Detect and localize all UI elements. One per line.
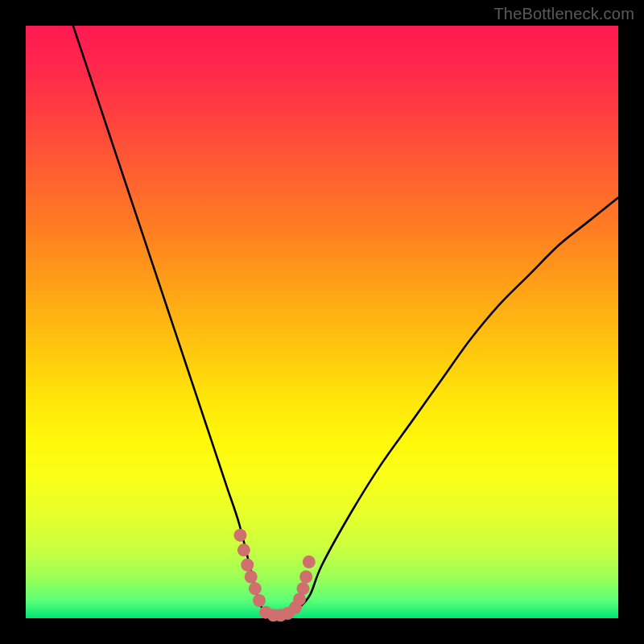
marker-dot: [253, 594, 266, 607]
chart-svg: [26, 26, 618, 618]
bottleneck-curve: [73, 26, 618, 617]
marker-layer: [233, 529, 315, 621]
marker-dot: [296, 582, 309, 595]
curve-layer: [73, 26, 618, 617]
marker-dot: [249, 582, 262, 595]
marker-dot: [237, 543, 250, 556]
marker-dot: [299, 570, 312, 583]
chart-plot-area: [26, 26, 618, 618]
watermark-text: TheBottleneck.com: [493, 5, 634, 23]
marker-dot: [233, 529, 246, 542]
marker-dot: [245, 570, 258, 583]
chart-frame: TheBottleneck.com: [0, 0, 644, 644]
marker-dot: [241, 559, 254, 572]
marker-dot: [303, 555, 316, 568]
